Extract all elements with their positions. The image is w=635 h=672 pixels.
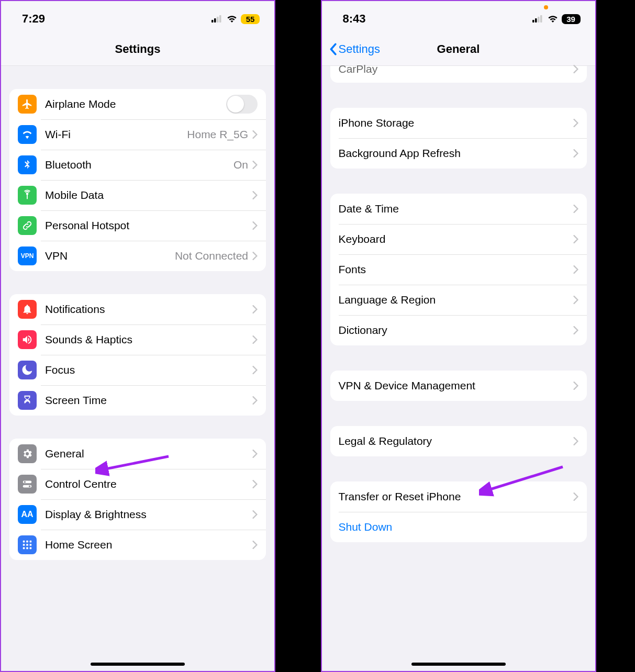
chevron-right-icon xyxy=(252,161,258,169)
row-screen-time[interactable]: Screen Time xyxy=(9,385,266,416)
svg-rect-14 xyxy=(30,544,32,546)
privacy-indicator-icon xyxy=(544,5,548,9)
row-iphone-storage[interactable]: iPhone Storage xyxy=(330,108,587,138)
settings-group-connectivity: Airplane Mode Wi-Fi Home R_5G Bluetooth … xyxy=(9,89,266,271)
chevron-right-icon xyxy=(573,326,578,334)
row-notifications[interactable]: Notifications xyxy=(9,294,266,324)
airplane-toggle[interactable] xyxy=(226,95,258,114)
chevron-right-icon xyxy=(573,119,578,127)
row-label: Bluetooth xyxy=(45,159,233,171)
airplane-icon xyxy=(18,95,37,114)
row-airplane-mode[interactable]: Airplane Mode xyxy=(9,89,266,119)
row-background-app-refresh[interactable]: Background App Refresh xyxy=(330,138,587,169)
svg-rect-13 xyxy=(26,544,28,546)
svg-rect-9 xyxy=(23,541,25,543)
row-legal-regulatory[interactable]: Legal & Regulatory xyxy=(330,426,587,456)
chevron-right-icon xyxy=(252,510,258,519)
chevron-right-icon xyxy=(573,296,578,304)
grid-icon xyxy=(18,535,37,554)
chevron-right-icon xyxy=(573,235,578,243)
svg-rect-10 xyxy=(26,541,28,543)
svg-rect-3 xyxy=(219,15,221,23)
chevron-right-icon xyxy=(252,396,258,405)
svg-rect-21 xyxy=(538,17,540,23)
status-time: 7:29 xyxy=(22,12,45,26)
row-label: Background App Refresh xyxy=(339,147,573,160)
chevron-right-icon xyxy=(252,191,258,199)
chevron-right-icon xyxy=(252,221,258,230)
row-keyboard[interactable]: Keyboard xyxy=(330,224,587,254)
row-label: Control Centre xyxy=(45,478,252,490)
cellular-icon xyxy=(532,15,544,23)
home-indicator[interactable] xyxy=(411,663,506,666)
row-label: Shut Down xyxy=(339,521,578,533)
bell-icon xyxy=(18,300,37,319)
hourglass-icon xyxy=(18,391,37,410)
row-label: Keyboard xyxy=(339,233,573,245)
row-label: iPhone Storage xyxy=(339,117,573,129)
chevron-right-icon xyxy=(573,265,578,274)
wifi-icon xyxy=(18,125,37,144)
svg-rect-15 xyxy=(23,547,25,550)
status-icons: 39 xyxy=(532,14,581,24)
chevron-right-icon xyxy=(573,382,578,390)
row-transfer-reset[interactable]: Transfer or Reset iPhone xyxy=(330,481,587,512)
row-label: Date & Time xyxy=(339,203,573,215)
wifi-icon xyxy=(226,15,238,23)
row-label: Focus xyxy=(45,364,252,376)
chevron-right-icon xyxy=(573,65,578,73)
bluetooth-icon xyxy=(18,155,37,174)
wifi-icon xyxy=(547,15,559,23)
chevron-right-icon xyxy=(252,366,258,374)
row-label: Airplane Mode xyxy=(45,98,226,110)
row-shut-down[interactable]: Shut Down xyxy=(330,512,587,542)
svg-rect-0 xyxy=(211,20,214,23)
antenna-icon xyxy=(18,186,37,205)
nav-header: Settings General xyxy=(322,32,595,66)
chevron-right-icon xyxy=(573,437,578,445)
chevron-right-icon xyxy=(252,130,258,139)
row-label: VPN & Device Management xyxy=(339,379,573,392)
gear-icon xyxy=(18,444,37,463)
chevron-right-icon xyxy=(573,205,578,213)
row-wifi[interactable]: Wi-Fi Home R_5G xyxy=(9,119,266,150)
battery-indicator: 39 xyxy=(562,14,581,24)
row-dictionary[interactable]: Dictionary xyxy=(330,315,587,345)
status-icons: 55 xyxy=(211,14,260,24)
chevron-right-icon xyxy=(573,149,578,158)
row-label: Language & Region xyxy=(339,294,573,306)
row-display-brightness[interactable]: AA Display & Brightness xyxy=(9,499,266,530)
row-bluetooth[interactable]: Bluetooth On xyxy=(9,150,266,180)
svg-rect-2 xyxy=(217,17,219,23)
row-carplay-partial[interactable]: CarPlay xyxy=(330,66,587,83)
row-value: Not Connected xyxy=(175,250,248,262)
row-label: Wi-Fi xyxy=(45,128,187,141)
row-home-screen[interactable]: Home Screen xyxy=(9,530,266,560)
row-label: Legal & Regulatory xyxy=(339,435,573,447)
general-content[interactable]: CarPlay iPhone Storage Background App Re… xyxy=(322,66,595,563)
row-label: Fonts xyxy=(339,263,573,276)
general-group-locale: Date & Time Keyboard Fonts Language & Re… xyxy=(330,194,587,345)
svg-point-7 xyxy=(24,481,26,483)
general-group-legal: Legal & Regulatory xyxy=(330,426,587,456)
status-time: 8:43 xyxy=(343,12,366,26)
back-button[interactable]: Settings xyxy=(328,42,381,56)
row-vpn[interactable]: VPN VPN Not Connected xyxy=(9,241,266,271)
row-control-centre[interactable]: Control Centre xyxy=(9,469,266,499)
home-indicator[interactable] xyxy=(91,663,185,666)
row-fonts[interactable]: Fonts xyxy=(330,254,587,285)
row-personal-hotspot[interactable]: Personal Hotspot xyxy=(9,210,266,241)
phone-settings: 7:29 55 Settings Airplane Mode Wi-Fi Hom… xyxy=(0,0,275,672)
row-language-region[interactable]: Language & Region xyxy=(330,285,587,315)
row-vpn-device-management[interactable]: VPN & Device Management xyxy=(330,371,587,401)
page-title: General xyxy=(437,42,480,56)
row-date-time[interactable]: Date & Time xyxy=(330,194,587,224)
row-mobile-data[interactable]: Mobile Data xyxy=(9,180,266,210)
row-sounds[interactable]: Sounds & Haptics xyxy=(9,324,266,355)
row-label: Screen Time xyxy=(45,394,252,407)
row-focus[interactable]: Focus xyxy=(9,355,266,385)
settings-content[interactable]: Airplane Mode Wi-Fi Home R_5G Bluetooth … xyxy=(1,89,274,581)
row-label: Notifications xyxy=(45,303,252,316)
general-group-vpn: VPN & Device Management xyxy=(330,371,587,401)
row-general[interactable]: General xyxy=(9,439,266,469)
